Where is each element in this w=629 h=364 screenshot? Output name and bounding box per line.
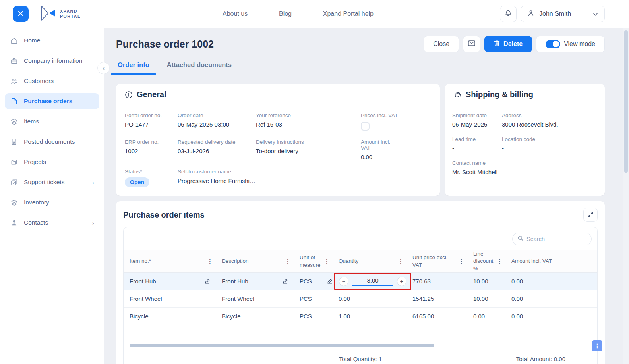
cell-unit-price: 6165.00 xyxy=(412,313,473,320)
view-mode-switch[interactable] xyxy=(546,40,560,48)
delete-button-label: Delete xyxy=(503,40,523,48)
view-mode-toggle-button[interactable]: View mode xyxy=(536,36,605,52)
edit-icon[interactable] xyxy=(282,278,288,285)
sidebar: Home Company information Customers Purch… xyxy=(0,28,104,364)
field-requested-delivery-date: Requested delivery date 03-Jul-2026 xyxy=(178,139,256,160)
cell-line-discount: 0.00 xyxy=(473,313,511,320)
edit-icon[interactable] xyxy=(204,278,211,285)
quantity-increase-button[interactable]: + xyxy=(397,277,406,286)
cell-unit-of-measure: PCS xyxy=(300,278,312,285)
cell-item-no: Bicycle xyxy=(130,313,222,320)
purchase-order-icon xyxy=(10,97,18,105)
email-button[interactable] xyxy=(463,36,480,52)
sidebar-item-inventory[interactable]: Inventory xyxy=(5,195,99,210)
chevron-down-icon xyxy=(593,10,598,17)
sidebar-item-items[interactable]: Items xyxy=(5,114,99,129)
sidebar-collapse-button[interactable]: ‹ xyxy=(97,62,110,74)
page-scrollbar-thumb[interactable] xyxy=(624,30,628,173)
tab-attached-documents[interactable]: Attached documents xyxy=(165,61,233,74)
app-close-button[interactable] xyxy=(13,6,29,22)
sidebar-item-label: Contacts xyxy=(24,219,86,226)
total-amount: Total Amount: 0.00 xyxy=(516,356,565,362)
sidebar-item-label: Customers xyxy=(24,77,94,85)
cell-line-discount: 10.00 xyxy=(473,295,511,302)
kebab-icon: ⋮ xyxy=(594,343,600,349)
sidebar-item-customers[interactable]: Customers xyxy=(5,73,99,89)
table-row[interactable]: Bicycle Bicycle PCS 1.00 6165.00 0.00 0.… xyxy=(124,308,597,325)
table-row[interactable]: Front Wheel Front Wheel PCS 0.00 1541.25… xyxy=(124,290,597,308)
chevron-right-icon: › xyxy=(92,179,94,186)
cell-quantity: 0.00 xyxy=(339,295,412,302)
column-menu-icon[interactable]: ⋮ xyxy=(496,257,503,265)
col-unit-of-measure: Unit of measure xyxy=(300,254,323,268)
sidebar-item-label: Support tickets xyxy=(24,179,86,186)
sidebar-item-posted-documents[interactable]: Posted documents xyxy=(5,134,99,150)
column-menu-icon[interactable]: ⋮ xyxy=(397,257,404,265)
nav-link-blog[interactable]: Blog xyxy=(279,10,292,17)
table-search[interactable] xyxy=(512,233,592,245)
tab-order-info[interactable]: Order info xyxy=(116,61,151,74)
status-badge: Open xyxy=(125,177,149,187)
expand-table-button[interactable] xyxy=(583,208,598,222)
horizontal-scrollbar-thumb[interactable] xyxy=(130,344,434,347)
page-actions: Close Delete View mode xyxy=(424,36,605,52)
bell-icon xyxy=(505,10,512,18)
purchase-order-items-card: Purchase order items Item no.*⋮ Descr xyxy=(116,201,605,364)
table-row[interactable]: Front Hub Front Hub PCS − + xyxy=(124,273,597,290)
home-icon xyxy=(10,37,18,44)
view-mode-label: View mode xyxy=(564,40,595,48)
brand-logo[interactable]: XPAND PORTAL xyxy=(40,6,81,22)
column-menu-icon[interactable]: ⋮ xyxy=(323,257,331,265)
general-card: General Portal order no. PO-1477 Order d… xyxy=(116,84,440,196)
cell-unit-price: 1541.25 xyxy=(412,295,473,302)
field-erp-order-no: ERP order no. 1002 xyxy=(125,139,178,160)
posted-document-icon xyxy=(10,138,18,146)
expand-icon xyxy=(588,212,593,218)
sidebar-item-support-tickets[interactable]: Support tickets › xyxy=(5,174,99,190)
field-location-code: Location code - xyxy=(502,136,598,152)
user-icon xyxy=(527,10,534,18)
cell-amount: 0.00 xyxy=(511,313,591,320)
sidebar-item-home[interactable]: Home xyxy=(5,33,99,48)
notifications-button[interactable] xyxy=(500,6,517,22)
sidebar-item-label: Posted documents xyxy=(24,138,94,145)
prices-incl-vat-checkbox[interactable] xyxy=(361,122,370,131)
delete-button[interactable]: Delete xyxy=(484,36,532,52)
table-horizontal-scrollbar[interactable] xyxy=(124,341,597,350)
col-quantity: Quantity xyxy=(339,258,358,265)
sidebar-item-projects[interactable]: Projects xyxy=(5,154,99,170)
tab-bar: Order info Attached documents xyxy=(116,61,605,74)
edit-icon[interactable] xyxy=(327,278,333,285)
sidebar-item-label: Inventory xyxy=(24,199,94,206)
sidebar-item-company-information[interactable]: Company information xyxy=(5,53,99,69)
col-unit-price: Unit price excl. VAT xyxy=(412,254,452,268)
quantity-input[interactable] xyxy=(352,277,393,286)
page-scrollbar[interactable] xyxy=(623,28,629,364)
field-portal-order-no: Portal order no. PO-1477 xyxy=(125,112,178,131)
sidebar-item-purchase-orders[interactable]: Purchase orders xyxy=(5,93,99,109)
sidebar-item-contacts[interactable]: Contacts › xyxy=(5,215,99,231)
column-menu-icon[interactable]: ⋮ xyxy=(206,257,214,265)
quantity-decrease-button[interactable]: − xyxy=(339,277,348,286)
table-header-row: Item no.*⋮ Description⋮ Unit of measure⋮… xyxy=(124,250,597,273)
user-menu-button[interactable]: John Smith xyxy=(521,6,605,22)
column-menu-icon[interactable]: ⋮ xyxy=(458,257,465,265)
search-icon xyxy=(518,235,523,243)
nav-link-about-us[interactable]: About us xyxy=(223,10,248,17)
table-options-button[interactable]: ⋮ xyxy=(592,340,602,351)
sidebar-item-label: Company information xyxy=(24,57,94,64)
cell-amount: 0.00 xyxy=(511,278,591,285)
items-table: Item no.*⋮ Description⋮ Unit of measure⋮… xyxy=(123,227,598,364)
nav-link-help[interactable]: Xpand Portal help xyxy=(323,10,374,17)
column-menu-icon[interactable]: ⋮ xyxy=(284,257,292,265)
cell-unit-price: 770.63 xyxy=(412,278,473,285)
info-icon xyxy=(125,91,133,99)
cell-item-no: Front Hub xyxy=(130,278,156,285)
switch-knob xyxy=(553,41,559,47)
envelope-icon xyxy=(468,40,475,48)
page-title: Purchase order 1002 xyxy=(116,39,214,50)
search-input[interactable] xyxy=(526,236,582,242)
close-button[interactable]: Close xyxy=(424,36,459,52)
field-delivery-instructions: Delivery instructions To-door delivery xyxy=(256,139,361,160)
cell-unit-of-measure: PCS xyxy=(300,313,339,320)
